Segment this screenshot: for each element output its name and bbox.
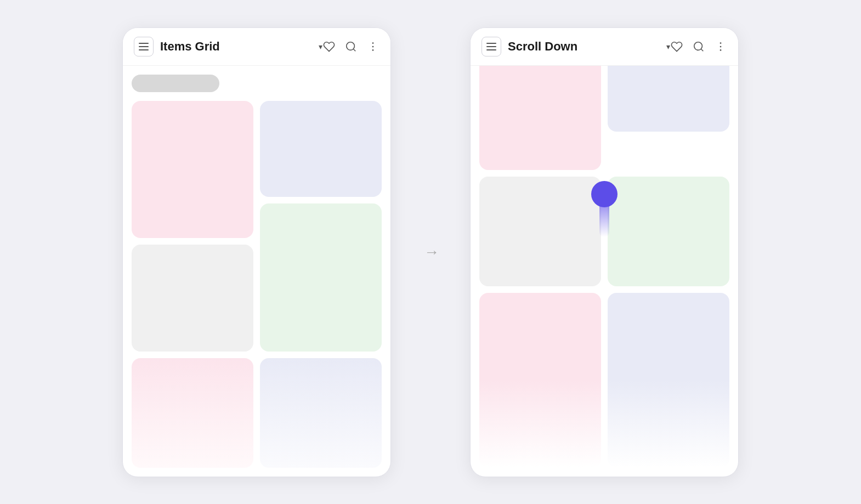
menu-line-2 [139,46,149,47]
search-bar[interactable] [132,75,219,92]
grid-item-gray-1 [132,245,253,352]
right-phone-content [471,66,738,477]
right-more-icon[interactable] [714,40,727,53]
grid-item-blue-1 [260,101,382,197]
menu-line-r2 [486,46,496,47]
left-phone-header: Items Grid ▾ [123,28,390,66]
svg-point-8 [720,46,722,47]
svg-point-0 [347,42,355,50]
right-item-pink-top [479,66,601,170]
right-phone-title: Scroll Down [508,39,664,54]
left-phone-content [123,66,390,477]
left-heart-icon[interactable] [322,40,336,53]
right-item-gray-mid [479,177,601,286]
right-bottom-row [479,293,729,468]
grid-item-green-1 [260,203,382,352]
scene: Items Grid ▾ [0,5,861,499]
svg-point-4 [372,49,374,51]
right-mid-row [479,177,729,286]
transition-arrow: → [424,243,437,261]
left-search-icon[interactable] [344,40,358,53]
menu-line-1 [139,43,149,44]
left-header-icons [322,40,379,53]
grid-item-pink-fade [132,358,253,468]
scroll-cursor [591,181,618,237]
right-phone: Scroll Down ▾ [470,27,739,477]
grid-item-blue-fade [260,358,382,468]
grid-item-pink-tall [132,101,253,238]
right-dropdown-arrow[interactable]: ▾ [666,42,670,51]
left-phone-title: Items Grid [160,39,316,54]
menu-line-3 [139,49,149,50]
menu-line-r3 [486,49,496,50]
right-heart-icon[interactable] [670,40,683,53]
svg-line-6 [701,49,703,51]
right-item-blue-bot [608,293,729,468]
right-phone-header: Scroll Down ▾ [471,28,738,66]
cursor-tail [599,205,609,237]
menu-line-r1 [486,43,496,44]
svg-point-3 [372,46,374,47]
svg-point-2 [372,42,374,44]
svg-point-9 [720,49,722,51]
right-search-icon[interactable] [692,40,705,53]
right-item-blue-top [608,66,729,132]
right-item-green-mid [608,177,729,286]
right-header-icons [670,40,727,53]
svg-line-1 [353,49,355,51]
menu-icon-right[interactable] [482,37,501,56]
cursor-dot [591,181,618,207]
svg-point-7 [720,42,722,44]
menu-icon-left[interactable] [134,37,154,56]
left-dropdown-arrow[interactable]: ▾ [319,42,322,51]
svg-point-5 [694,42,703,50]
left-more-icon[interactable] [366,40,379,53]
left-phone: Items Grid ▾ [122,27,391,477]
right-top-partial-row [479,66,729,170]
arrow-container: → [424,243,437,261]
right-item-pink-bot [479,293,601,468]
